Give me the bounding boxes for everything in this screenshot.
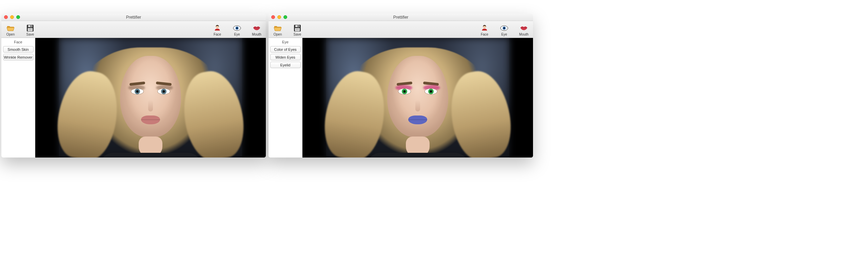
sidebar: Face Smooth Skin Wrinkle Remover (1, 38, 35, 158)
open-label: Open (274, 33, 282, 36)
window-title: Prettifier (269, 15, 533, 20)
save-label: Save (294, 33, 301, 36)
save-label: Save (26, 33, 34, 36)
mouth-tool-button[interactable]: Mouth (250, 24, 264, 36)
mouth-tool-label: Mouth (252, 33, 261, 36)
app-window: Prettifier Open Save Face (1, 14, 266, 158)
canvas-letterbox-right (242, 38, 266, 158)
widen-eyes-button[interactable]: Widen Eyes (270, 54, 301, 60)
zoom-icon[interactable] (283, 15, 287, 19)
close-icon[interactable] (271, 15, 275, 19)
svg-rect-4 (28, 29, 32, 29)
zoom-icon[interactable] (16, 15, 20, 19)
sidebar-header: Eye (282, 40, 289, 44)
svg-rect-12 (298, 25, 299, 27)
portrait-image (59, 38, 242, 158)
open-label: Open (6, 33, 15, 36)
minimize-icon[interactable] (10, 15, 14, 19)
titlebar: Prettifier (269, 14, 533, 21)
svg-rect-14 (296, 29, 299, 29)
minimize-icon[interactable] (277, 15, 281, 19)
svg-rect-5 (28, 30, 32, 30)
svg-rect-13 (295, 28, 300, 31)
wrinkle-remover-button[interactable]: Wrinkle Remover (3, 54, 34, 60)
app-window: Prettifier Open Save Face (269, 14, 533, 158)
eye-tool-label: Eye (501, 33, 507, 36)
sidebar-header: Face (14, 40, 22, 44)
svg-rect-2 (31, 25, 32, 27)
image-canvas[interactable] (35, 38, 266, 158)
traffic-lights (1, 15, 20, 19)
floppy-disk-icon (26, 24, 35, 32)
svg-rect-15 (296, 30, 299, 30)
face-icon (480, 24, 489, 32)
color-of-eyes-button[interactable]: Color of Eyes (270, 46, 301, 53)
canvas-letterbox-left (302, 38, 326, 158)
face-tool-button[interactable]: Face (210, 24, 224, 36)
svg-point-19 (504, 27, 505, 29)
close-icon[interactable] (4, 15, 8, 19)
smooth-skin-button[interactable]: Smooth Skin (3, 46, 34, 53)
svg-rect-3 (28, 28, 33, 31)
canvas-letterbox-right (509, 38, 533, 158)
image-canvas[interactable] (302, 38, 533, 158)
save-button[interactable]: Save (290, 24, 304, 36)
open-button[interactable]: Open (271, 24, 285, 36)
lips-icon (252, 24, 261, 32)
traffic-lights (269, 15, 287, 19)
eye-icon (500, 24, 509, 32)
eye-tool-button[interactable]: Eye (497, 24, 511, 36)
mouth-tool-label: Mouth (519, 33, 529, 36)
portrait-image (326, 38, 509, 158)
mouth-tool-button[interactable]: Mouth (517, 24, 531, 36)
face-tool-label: Face (214, 33, 221, 36)
face-icon (213, 24, 222, 32)
svg-rect-11 (295, 25, 299, 27)
svg-point-9 (236, 27, 238, 29)
titlebar: Prettifier (1, 14, 266, 21)
eye-tool-label: Eye (234, 33, 240, 36)
face-tool-label: Face (481, 33, 488, 36)
eyelid-button[interactable]: Eyelid (270, 62, 301, 68)
floppy-disk-icon (293, 24, 302, 32)
window-title: Prettifier (1, 15, 266, 20)
eye-tool-button[interactable]: Eye (230, 24, 244, 36)
folder-open-icon (273, 24, 282, 32)
save-button[interactable]: Save (23, 24, 37, 36)
folder-open-icon (6, 24, 15, 32)
toolbar: Open Save Face Eye (269, 21, 533, 38)
canvas-letterbox-left (35, 38, 59, 158)
face-tool-button[interactable]: Face (477, 24, 492, 36)
toolbar: Open Save Face Eye (1, 21, 266, 38)
sidebar: Eye Color of Eyes Widen Eyes Eyelid (269, 38, 302, 158)
eye-icon (233, 24, 241, 32)
svg-rect-1 (28, 25, 32, 27)
open-button[interactable]: Open (3, 24, 18, 36)
lips-icon (519, 24, 528, 32)
